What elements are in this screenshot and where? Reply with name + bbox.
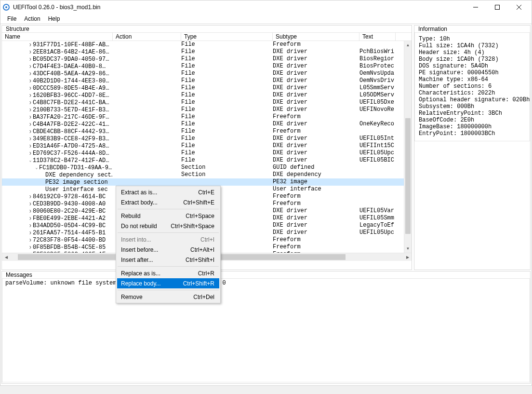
expand-icon[interactable]: ❯ [28,135,33,142]
menu-item-extract-body[interactable]: Extract body...Ctrl+Shift+E [117,197,219,207]
expand-icon[interactable]: ❯ [28,229,33,236]
menu-item-remove[interactable]: RemoveCtrl+Del [117,292,219,302]
expand-icon[interactable]: ❯ [28,77,33,84]
menu-item-insert-after[interactable]: Insert after...Ctrl+Shift+I [117,255,219,265]
menu-separator [118,266,219,267]
menu-item-insert-before[interactable]: Insert before...Ctrl+Alt+I [117,245,219,255]
col-text[interactable]: Text [359,33,396,41]
tree-row-text: UEFIL05Var [359,207,397,215]
menu-item-extract-as-is[interactable]: Extract as is...Ctrl+E [117,187,219,197]
status-bar [0,385,532,394]
col-type[interactable]: Type [181,33,273,41]
menu-item-replace-as-is[interactable]: Replace as is...Ctrl+R [117,268,219,278]
tree-row[interactable]: ❯40B2D1D0-1744-4EE3-80…FileDXE driverOem… [2,77,404,84]
scroll-up-icon[interactable]: ▲ [404,41,412,49]
minimize-button[interactable] [465,0,486,14]
menu-item-do-not-rebuild[interactable]: Do not rebuildCtrl+Shift+Space [117,221,219,231]
scroll-right-icon[interactable]: ▶ [403,255,412,259]
expand-icon[interactable]: ❯ [28,92,33,99]
tree-row[interactable]: ❯C4B4A7FB-D2E2-422C-41…FileDXE driverOne… [2,121,404,128]
tree-row-subtype: Freeform [273,41,359,48]
close-button[interactable] [508,0,530,14]
menu-item-shortcut: Ctrl+Shift+E [183,199,214,206]
expand-icon[interactable]: ❯ [28,142,33,149]
tree-row-subtype: DXE driver [273,215,359,222]
tree-row-text: UEFIL05Dxe [359,99,397,106]
tree-row-action [113,128,181,135]
expand-icon [40,178,45,186]
tree-row[interactable]: ❯CBDE4CBB-88CF-4442-93…FileFreeform [2,128,404,135]
tree-row[interactable]: ❯1620BFB3-96CC-4DD7-8E…FileDXE driverL05… [2,92,404,99]
col-subtype[interactable]: Subtype [273,33,359,41]
menu-item-shortcut: Ctrl+Shift+Space [171,223,214,230]
tree-row[interactable]: ❯C4B8C7FB-D2E2-441C-BA…FileDXE driverUEF… [2,99,404,106]
expand-icon[interactable]: ❯ [28,193,33,200]
menu-action[interactable]: Action [20,15,44,23]
expand-icon[interactable]: ❯ [28,48,33,55]
maximize-button[interactable] [486,0,508,14]
menu-item-replace-body[interactable]: Replace body...Ctrl+Shift+R [117,278,219,288]
tree-row[interactable]: ❯43DCF40B-5AEA-4A29-86…FileDXE driverOem… [2,70,404,77]
tree-row[interactable]: ❯2EE81ACB-64B2-41AE-86…FileDXE driverPch… [2,48,404,55]
tree-row[interactable]: ❯C7D4F4E3-DAEA-40B0-8…FileDXE driverBios… [2,63,404,70]
menu-help[interactable]: Help [44,15,64,23]
expand-icon[interactable]: ❯ [28,84,33,92]
tree-row[interactable]: ❯2100B733-5E7D-4E1F-B3…FileDXE driverUEF… [2,106,404,113]
tree-row-name: ❯43DCF40B-5AEA-4A29-86… [2,70,113,77]
expand-icon[interactable]: ❯ [28,207,33,215]
tree-row-subtype: PE32 image [273,178,359,186]
tree-row[interactable]: DXE dependency sect…SectionDXE dependenc… [2,171,404,178]
expand-icon[interactable]: ❯ [28,55,33,63]
tree-row-name: ❯349E83B9-CCE8-42F9-B3… [2,135,113,142]
tree-header: Name Action Type Subtype Text [2,32,412,41]
menu-item-rebuild[interactable]: RebuildCtrl+Space [117,211,219,221]
messages-content: parseVolume: unknown file system0 [2,278,530,382]
expand-icon[interactable]: ❯ [28,106,33,113]
tree-row[interactable]: ⌄11D378C2-B472-412F-AD…FileDXE driverUEF… [2,157,404,164]
tree-row-subtype: DXE driver [273,99,359,106]
expand-icon[interactable]: ❯ [28,236,33,244]
expand-icon[interactable]: ❯ [28,113,33,121]
tree-row-name: ❯0DCCC589-8DE5-4B4E-A9… [2,84,113,92]
tree-row-name: PE32 image section [2,178,113,186]
tree-row[interactable]: ❯931F77D1-10FE-48BF-AB…FileFreeform [2,41,404,48]
expand-icon[interactable]: ⌄ [34,164,39,171]
menu-item-insert-into: Insert into...Ctrl+I [117,234,219,245]
col-name[interactable]: Name [2,33,113,41]
expand-icon[interactable]: ❯ [28,121,33,128]
tree-row-type: File [181,128,273,135]
tree-row[interactable]: ⌄FC1BCDB0-7D31-49AA-9…SectionGUID define… [2,164,404,171]
expand-icon[interactable]: ❯ [28,244,33,251]
scroll-thumb[interactable] [405,118,411,234]
menu-file[interactable]: File [3,15,20,23]
tree-row[interactable]: ❯349E83B9-CCE8-42F9-B3…FileDXE driverUEF… [2,135,404,142]
menu-item-shortcut: Ctrl+Shift+R [183,280,214,287]
tree-row[interactable]: ❯ED31A46F-A7D0-4725-A8…FileDXE driverUEF… [2,142,404,149]
expand-icon[interactable]: ❯ [28,63,33,70]
expand-icon[interactable]: ⌄ [28,157,33,164]
expand-icon[interactable]: ❯ [28,149,33,157]
expand-icon[interactable]: ❯ [28,222,33,229]
tree-row[interactable]: ❯BC05DC37-9DA0-4050-97…FileDXE driverBio… [2,55,404,63]
scroll-down-icon[interactable]: ▼ [404,245,412,253]
tree-row[interactable]: ❯ED769C37-F526-444A-8D…FileDXE driverUEF… [2,149,404,157]
workspace: Structure Name Action Type Subtype Text … [0,24,532,271]
tree-row[interactable]: ❯BA37FA20-217C-46DE-9F…FileFreeform [2,113,404,121]
tree-row[interactable]: PE32 image sectionPE32 image [2,178,404,186]
messages-label: Messages [4,271,34,279]
expand-icon[interactable]: ❯ [28,200,33,207]
expand-icon[interactable]: ❯ [28,41,33,48]
expand-icon[interactable]: ❯ [28,215,33,222]
title-bar: UEFITool 0.26.0 - bios3_mod1.bin [0,0,532,14]
col-action[interactable]: Action [113,33,181,41]
menu-item-shortcut: Ctrl+Del [193,294,214,300]
tree-row[interactable]: ❯0DCCC589-8DE5-4B4E-A9…FileDXE driverL05… [2,84,404,92]
tree-row-subtype: Freeform [273,200,359,207]
scroll-left-icon[interactable]: ◀ [2,255,10,259]
expand-icon[interactable]: ❯ [28,128,33,135]
expand-icon[interactable]: ❯ [28,99,33,106]
expand-icon[interactable]: ❯ [28,70,33,77]
menu-item-shortcut: Ctrl+I [200,236,214,243]
tree-row-action [113,157,181,164]
vertical-scrollbar[interactable]: ▲ ▼ [404,41,412,253]
